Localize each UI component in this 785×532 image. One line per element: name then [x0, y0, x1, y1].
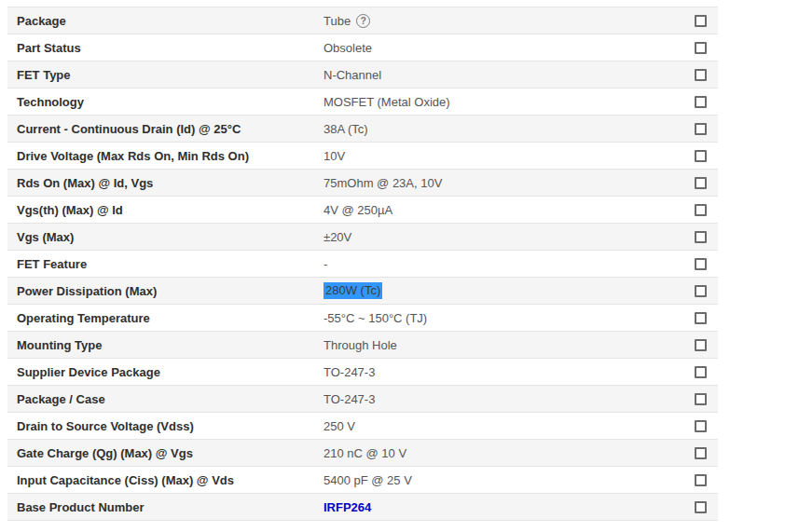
checkbox-cell: [695, 420, 718, 432]
row-checkbox[interactable]: [695, 42, 707, 54]
attribute-row: Package / CaseTO-247-3: [7, 386, 718, 413]
row-checkbox[interactable]: [695, 204, 707, 216]
attribute-row: Drive Voltage (Max Rds On, Min Rds On)10…: [7, 143, 718, 170]
attribute-label: Gate Charge (Qg) (Max) @ Vgs: [7, 446, 324, 460]
checkbox-cell: [695, 312, 718, 324]
attribute-row: Vgs(th) (Max) @ Id4V @ 250µA: [7, 197, 718, 224]
attribute-row: FET TypeN-Channel: [7, 61, 718, 89]
attribute-value: TO-247-3: [324, 392, 695, 406]
attribute-row: Part StatusObsolete: [7, 34, 718, 61]
attribute-value: 38A (Tc): [324, 122, 695, 136]
checkbox-cell: [695, 474, 718, 486]
attribute-label: Package / Case: [7, 392, 324, 406]
row-checkbox[interactable]: [695, 339, 707, 351]
attribute-value: 10V: [324, 149, 695, 163]
attribute-row: Input Capacitance (Ciss) (Max) @ Vds5400…: [7, 467, 718, 494]
attribute-value: MOSFET (Metal Oxide): [324, 95, 695, 109]
attribute-row: Base Product NumberIRFP264: [7, 494, 718, 521]
attribute-label: Operating Temperature: [7, 311, 324, 325]
row-checkbox[interactable]: [695, 285, 707, 297]
attribute-row: Current - Continuous Drain (Id) @ 25°C38…: [7, 116, 718, 143]
attribute-value: -: [324, 257, 695, 271]
value-text: Tube: [324, 14, 351, 28]
attribute-value: IRFP264: [324, 500, 695, 514]
checkbox-cell: [695, 231, 718, 243]
value-text: TO-247-3: [324, 365, 375, 379]
row-checkbox[interactable]: [695, 96, 707, 108]
row-checkbox[interactable]: [695, 123, 707, 135]
row-checkbox[interactable]: [695, 474, 707, 486]
attribute-label: Drain to Source Voltage (Vdss): [7, 419, 324, 433]
row-checkbox[interactable]: [695, 501, 707, 513]
attribute-label: Part Status: [7, 41, 324, 55]
product-attributes-table: PackageTube?Part StatusObsoleteFET TypeN…: [7, 7, 718, 521]
attribute-label: Mounting Type: [7, 338, 324, 352]
attribute-row: Mounting TypeThrough Hole: [7, 332, 718, 359]
help-question-icon[interactable]: ?: [356, 14, 370, 28]
row-checkbox[interactable]: [695, 258, 707, 270]
value-text: 210 nC @ 10 V: [324, 446, 406, 460]
row-checkbox[interactable]: [695, 366, 707, 378]
checkbox-cell: [695, 150, 718, 162]
attribute-label: Supplier Device Package: [7, 365, 324, 379]
value-text: -55°C ~ 150°C (TJ): [324, 311, 427, 325]
attribute-label: Base Product Number: [7, 500, 324, 514]
attribute-label: Drive Voltage (Max Rds On, Min Rds On): [7, 149, 324, 163]
value-text: MOSFET (Metal Oxide): [324, 95, 450, 109]
attribute-value: 250 V: [324, 419, 695, 433]
attribute-value: -55°C ~ 150°C (TJ): [324, 311, 695, 325]
value-text: N-Channel: [324, 68, 381, 82]
checkbox-cell: [695, 177, 718, 189]
checkbox-cell: [695, 339, 718, 351]
row-checkbox[interactable]: [695, 177, 707, 189]
value-text: -: [324, 257, 327, 271]
selected-value-text: 280W (Tc): [324, 282, 382, 299]
checkbox-cell: [695, 393, 718, 405]
checkbox-cell: [695, 42, 718, 54]
row-checkbox[interactable]: [695, 447, 707, 459]
row-checkbox[interactable]: [695, 150, 707, 162]
checkbox-cell: [695, 96, 718, 108]
checkbox-cell: [695, 204, 718, 216]
checkbox-cell: [695, 258, 718, 270]
attribute-value: ±20V: [324, 230, 695, 244]
checkbox-cell: [695, 15, 718, 27]
value-text: ±20V: [324, 230, 351, 244]
attribute-value: TO-247-3: [324, 365, 695, 379]
value-text: 38A (Tc): [324, 122, 368, 136]
attribute-value: 5400 pF @ 25 V: [324, 473, 695, 487]
checkbox-cell: [695, 285, 718, 297]
attribute-value: N-Channel: [324, 68, 695, 82]
row-checkbox[interactable]: [695, 69, 707, 81]
value-text: 10V: [324, 149, 345, 163]
row-checkbox[interactable]: [695, 15, 707, 27]
attribute-value: 210 nC @ 10 V: [324, 446, 695, 460]
attribute-label: FET Feature: [7, 257, 324, 271]
attribute-value: Tube?: [324, 14, 695, 28]
checkbox-cell: [695, 501, 718, 513]
attribute-label: Input Capacitance (Ciss) (Max) @ Vds: [7, 473, 324, 487]
attribute-label: Power Dissipation (Max): [7, 284, 324, 298]
row-checkbox[interactable]: [695, 393, 707, 405]
value-text: 250 V: [324, 419, 355, 433]
attribute-label: Package: [7, 14, 324, 28]
value-text: Through Hole: [324, 338, 397, 352]
row-checkbox[interactable]: [695, 231, 707, 243]
attribute-row: Power Dissipation (Max)280W (Tc): [7, 278, 718, 305]
value-text: Obsolete: [324, 41, 372, 55]
checkbox-cell: [695, 447, 718, 459]
attribute-value: Through Hole: [324, 338, 695, 352]
base-product-number-link[interactable]: IRFP264: [324, 500, 371, 514]
attribute-row: Rds On (Max) @ Id, Vgs75mOhm @ 23A, 10V: [7, 170, 718, 197]
attribute-label: Rds On (Max) @ Id, Vgs: [7, 176, 324, 190]
value-text: TO-247-3: [324, 392, 375, 406]
row-checkbox[interactable]: [695, 420, 707, 432]
attribute-label: Vgs(th) (Max) @ Id: [7, 203, 324, 217]
value-text: 5400 pF @ 25 V: [324, 473, 412, 487]
attribute-row: FET Feature-: [7, 251, 718, 278]
attribute-row: Drain to Source Voltage (Vdss)250 V: [7, 413, 718, 440]
attribute-row: Operating Temperature-55°C ~ 150°C (TJ): [7, 305, 718, 332]
row-checkbox[interactable]: [695, 312, 707, 324]
attribute-value: 280W (Tc): [324, 282, 695, 299]
attribute-row: TechnologyMOSFET (Metal Oxide): [7, 89, 718, 116]
